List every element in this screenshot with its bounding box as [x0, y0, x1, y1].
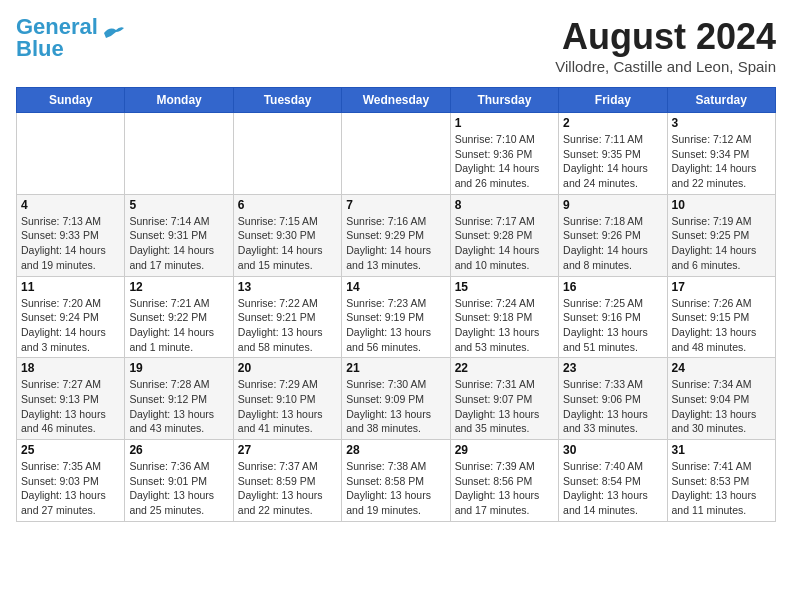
- day-info: Sunrise: 7:19 AM Sunset: 9:25 PM Dayligh…: [672, 214, 771, 273]
- calendar-week-row: 18Sunrise: 7:27 AM Sunset: 9:13 PM Dayli…: [17, 358, 776, 440]
- calendar-cell: 5Sunrise: 7:14 AM Sunset: 9:31 PM Daylig…: [125, 194, 233, 276]
- calendar-cell: [125, 113, 233, 195]
- day-info: Sunrise: 7:10 AM Sunset: 9:36 PM Dayligh…: [455, 132, 554, 191]
- logo-bird-icon: [102, 24, 124, 42]
- day-number: 17: [672, 280, 771, 294]
- day-number: 15: [455, 280, 554, 294]
- day-info: Sunrise: 7:35 AM Sunset: 9:03 PM Dayligh…: [21, 459, 120, 518]
- calendar-cell: 19Sunrise: 7:28 AM Sunset: 9:12 PM Dayli…: [125, 358, 233, 440]
- day-number: 1: [455, 116, 554, 130]
- calendar-week-row: 25Sunrise: 7:35 AM Sunset: 9:03 PM Dayli…: [17, 440, 776, 522]
- calendar-cell: 4Sunrise: 7:13 AM Sunset: 9:33 PM Daylig…: [17, 194, 125, 276]
- calendar-cell: 18Sunrise: 7:27 AM Sunset: 9:13 PM Dayli…: [17, 358, 125, 440]
- day-number: 22: [455, 361, 554, 375]
- calendar-cell: 24Sunrise: 7:34 AM Sunset: 9:04 PM Dayli…: [667, 358, 775, 440]
- day-number: 12: [129, 280, 228, 294]
- calendar-body: 1Sunrise: 7:10 AM Sunset: 9:36 PM Daylig…: [17, 113, 776, 522]
- day-info: Sunrise: 7:16 AM Sunset: 9:29 PM Dayligh…: [346, 214, 445, 273]
- day-info: Sunrise: 7:21 AM Sunset: 9:22 PM Dayligh…: [129, 296, 228, 355]
- main-title: August 2024: [555, 16, 776, 58]
- calendar-cell: 10Sunrise: 7:19 AM Sunset: 9:25 PM Dayli…: [667, 194, 775, 276]
- calendar-cell: 26Sunrise: 7:36 AM Sunset: 9:01 PM Dayli…: [125, 440, 233, 522]
- logo-text: GeneralBlue: [16, 16, 98, 60]
- day-header-friday: Friday: [559, 88, 667, 113]
- calendar-week-row: 11Sunrise: 7:20 AM Sunset: 9:24 PM Dayli…: [17, 276, 776, 358]
- day-info: Sunrise: 7:17 AM Sunset: 9:28 PM Dayligh…: [455, 214, 554, 273]
- day-info: Sunrise: 7:27 AM Sunset: 9:13 PM Dayligh…: [21, 377, 120, 436]
- subtitle: Villodre, Castille and Leon, Spain: [555, 58, 776, 75]
- day-info: Sunrise: 7:34 AM Sunset: 9:04 PM Dayligh…: [672, 377, 771, 436]
- day-number: 13: [238, 280, 337, 294]
- day-number: 29: [455, 443, 554, 457]
- day-number: 27: [238, 443, 337, 457]
- day-info: Sunrise: 7:23 AM Sunset: 9:19 PM Dayligh…: [346, 296, 445, 355]
- calendar-cell: [342, 113, 450, 195]
- day-number: 20: [238, 361, 337, 375]
- calendar-cell: 14Sunrise: 7:23 AM Sunset: 9:19 PM Dayli…: [342, 276, 450, 358]
- day-number: 24: [672, 361, 771, 375]
- day-info: Sunrise: 7:11 AM Sunset: 9:35 PM Dayligh…: [563, 132, 662, 191]
- day-number: 26: [129, 443, 228, 457]
- day-info: Sunrise: 7:33 AM Sunset: 9:06 PM Dayligh…: [563, 377, 662, 436]
- calendar-cell: 28Sunrise: 7:38 AM Sunset: 8:58 PM Dayli…: [342, 440, 450, 522]
- day-number: 10: [672, 198, 771, 212]
- day-info: Sunrise: 7:20 AM Sunset: 9:24 PM Dayligh…: [21, 296, 120, 355]
- calendar-cell: 9Sunrise: 7:18 AM Sunset: 9:26 PM Daylig…: [559, 194, 667, 276]
- calendar-cell: 8Sunrise: 7:17 AM Sunset: 9:28 PM Daylig…: [450, 194, 558, 276]
- calendar-header-row: SundayMondayTuesdayWednesdayThursdayFrid…: [17, 88, 776, 113]
- day-info: Sunrise: 7:41 AM Sunset: 8:53 PM Dayligh…: [672, 459, 771, 518]
- day-info: Sunrise: 7:29 AM Sunset: 9:10 PM Dayligh…: [238, 377, 337, 436]
- day-number: 8: [455, 198, 554, 212]
- calendar-cell: 23Sunrise: 7:33 AM Sunset: 9:06 PM Dayli…: [559, 358, 667, 440]
- title-block: August 2024 Villodre, Castille and Leon,…: [555, 16, 776, 75]
- day-number: 18: [21, 361, 120, 375]
- day-header-sunday: Sunday: [17, 88, 125, 113]
- calendar-cell: 12Sunrise: 7:21 AM Sunset: 9:22 PM Dayli…: [125, 276, 233, 358]
- calendar-cell: 2Sunrise: 7:11 AM Sunset: 9:35 PM Daylig…: [559, 113, 667, 195]
- day-number: 9: [563, 198, 662, 212]
- day-info: Sunrise: 7:31 AM Sunset: 9:07 PM Dayligh…: [455, 377, 554, 436]
- calendar-cell: 17Sunrise: 7:26 AM Sunset: 9:15 PM Dayli…: [667, 276, 775, 358]
- day-number: 28: [346, 443, 445, 457]
- calendar-cell: 20Sunrise: 7:29 AM Sunset: 9:10 PM Dayli…: [233, 358, 341, 440]
- day-info: Sunrise: 7:12 AM Sunset: 9:34 PM Dayligh…: [672, 132, 771, 191]
- page-header: GeneralBlue August 2024 Villodre, Castil…: [16, 16, 776, 75]
- calendar-cell: 6Sunrise: 7:15 AM Sunset: 9:30 PM Daylig…: [233, 194, 341, 276]
- day-info: Sunrise: 7:25 AM Sunset: 9:16 PM Dayligh…: [563, 296, 662, 355]
- day-info: Sunrise: 7:22 AM Sunset: 9:21 PM Dayligh…: [238, 296, 337, 355]
- day-info: Sunrise: 7:13 AM Sunset: 9:33 PM Dayligh…: [21, 214, 120, 273]
- calendar-cell: [233, 113, 341, 195]
- day-number: 25: [21, 443, 120, 457]
- day-number: 11: [21, 280, 120, 294]
- day-info: Sunrise: 7:37 AM Sunset: 8:59 PM Dayligh…: [238, 459, 337, 518]
- day-info: Sunrise: 7:26 AM Sunset: 9:15 PM Dayligh…: [672, 296, 771, 355]
- day-info: Sunrise: 7:30 AM Sunset: 9:09 PM Dayligh…: [346, 377, 445, 436]
- day-info: Sunrise: 7:14 AM Sunset: 9:31 PM Dayligh…: [129, 214, 228, 273]
- day-info: Sunrise: 7:18 AM Sunset: 9:26 PM Dayligh…: [563, 214, 662, 273]
- calendar-week-row: 4Sunrise: 7:13 AM Sunset: 9:33 PM Daylig…: [17, 194, 776, 276]
- calendar-cell: 11Sunrise: 7:20 AM Sunset: 9:24 PM Dayli…: [17, 276, 125, 358]
- calendar-cell: 1Sunrise: 7:10 AM Sunset: 9:36 PM Daylig…: [450, 113, 558, 195]
- day-header-wednesday: Wednesday: [342, 88, 450, 113]
- day-header-saturday: Saturday: [667, 88, 775, 113]
- calendar-cell: 16Sunrise: 7:25 AM Sunset: 9:16 PM Dayli…: [559, 276, 667, 358]
- day-number: 6: [238, 198, 337, 212]
- calendar-cell: 31Sunrise: 7:41 AM Sunset: 8:53 PM Dayli…: [667, 440, 775, 522]
- day-info: Sunrise: 7:15 AM Sunset: 9:30 PM Dayligh…: [238, 214, 337, 273]
- logo: GeneralBlue: [16, 16, 124, 60]
- calendar-cell: [17, 113, 125, 195]
- day-number: 7: [346, 198, 445, 212]
- day-number: 31: [672, 443, 771, 457]
- day-info: Sunrise: 7:36 AM Sunset: 9:01 PM Dayligh…: [129, 459, 228, 518]
- day-info: Sunrise: 7:38 AM Sunset: 8:58 PM Dayligh…: [346, 459, 445, 518]
- calendar-cell: 27Sunrise: 7:37 AM Sunset: 8:59 PM Dayli…: [233, 440, 341, 522]
- day-number: 30: [563, 443, 662, 457]
- day-number: 14: [346, 280, 445, 294]
- day-number: 4: [21, 198, 120, 212]
- calendar-cell: 25Sunrise: 7:35 AM Sunset: 9:03 PM Dayli…: [17, 440, 125, 522]
- calendar-cell: 29Sunrise: 7:39 AM Sunset: 8:56 PM Dayli…: [450, 440, 558, 522]
- calendar-cell: 22Sunrise: 7:31 AM Sunset: 9:07 PM Dayli…: [450, 358, 558, 440]
- day-number: 2: [563, 116, 662, 130]
- day-header-monday: Monday: [125, 88, 233, 113]
- day-number: 21: [346, 361, 445, 375]
